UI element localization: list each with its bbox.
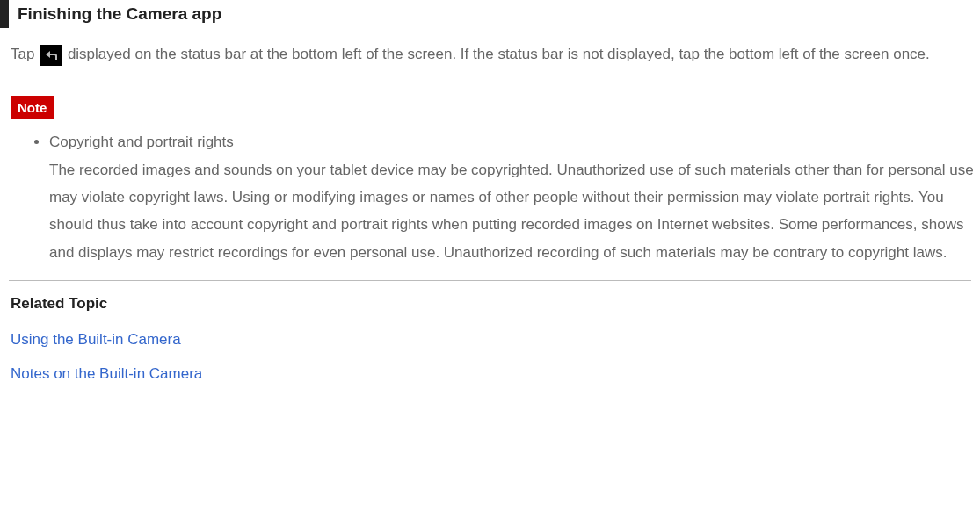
heading-text: Finishing the Camera app	[18, 0, 980, 28]
back-icon	[40, 45, 62, 66]
para-text-before: Tap	[11, 46, 39, 62]
note-badge: Note	[11, 96, 54, 120]
note-label: Note	[18, 100, 47, 115]
note-item: Copyright and portrait rights The record…	[49, 128, 980, 266]
related-topic-heading: Related Topic	[11, 292, 980, 317]
related-link-camera[interactable]: Using the Built-in Camera	[11, 328, 980, 353]
note-item-title: Copyright and portrait rights	[49, 133, 234, 150]
note-list: Copyright and portrait rights The record…	[0, 128, 980, 266]
section-heading: Finishing the Camera app	[0, 0, 980, 28]
note-item-body: The recorded images and sounds on your t…	[49, 162, 974, 261]
section-divider	[9, 280, 971, 281]
instruction-paragraph: Tap displayed on the status bar at the b…	[0, 40, 980, 68]
para-text-after: displayed on the status bar at the botto…	[68, 46, 930, 62]
related-link-notes[interactable]: Notes on the Built-in Camera	[11, 362, 980, 387]
